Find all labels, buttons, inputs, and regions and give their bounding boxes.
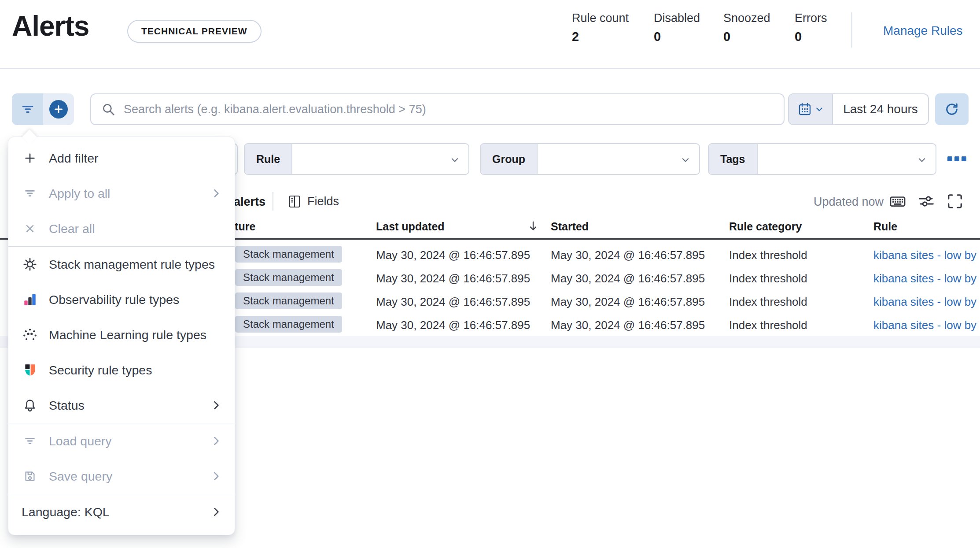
chevron-right-icon — [210, 399, 222, 411]
keyboard-shortcuts-icon[interactable] — [889, 193, 906, 210]
cell-started: May 30, 2024 @ 16:46:57.895 — [551, 248, 705, 262]
cell-rule-category: Index threshold — [729, 318, 807, 332]
save-icon — [22, 468, 38, 485]
cell-last-updated: May 30, 2024 @ 16:46:57.895 — [376, 318, 530, 332]
menu-item-add-filter[interactable]: Add filter — [8, 141, 235, 176]
stat-label: Disabled — [654, 11, 700, 25]
stat-disabled: Disabled 0 — [654, 11, 700, 44]
menu-item-apply-to-all[interactable]: Apply to all — [8, 176, 235, 211]
column-header-last-updated[interactable]: Last updated — [376, 220, 445, 233]
page-title: Alerts — [12, 10, 89, 42]
chevron-down-icon — [917, 155, 927, 165]
chevron-right-icon — [210, 435, 222, 447]
more-filters-button[interactable] — [947, 154, 968, 164]
fullscreen-icon[interactable] — [947, 193, 963, 210]
security-logo-icon — [22, 362, 38, 378]
feature-badge: Stack management — [235, 316, 342, 333]
cell-rule-category: Index threshold — [729, 272, 807, 285]
fields-button[interactable]: Fields — [287, 192, 339, 211]
filter-menu-popover: Add filter Apply to all Clear all Stack … — [8, 137, 235, 535]
menu-item-observability-rule-types[interactable]: Observability rule types — [8, 282, 235, 317]
stat-label: Errors — [795, 11, 827, 25]
chevron-right-icon — [210, 187, 222, 200]
tags-filter-label: Tags — [709, 144, 758, 174]
group-filter-select[interactable]: Group — [480, 143, 700, 175]
rule-link[interactable]: kibana sites - low by — [873, 318, 980, 332]
search-bar — [90, 93, 785, 125]
date-picker: Last 24 hours — [788, 93, 929, 125]
stat-value: 0 — [654, 30, 700, 44]
menu-item-language-kql[interactable]: Language: KQL — [8, 494, 235, 529]
group-filter-label: Group — [481, 144, 538, 174]
column-header-rule-category[interactable]: Rule category — [729, 220, 802, 233]
stat-rule-count: Rule count 2 — [572, 11, 629, 44]
stat-value: 0 — [723, 30, 770, 44]
column-header-started[interactable]: Started — [551, 220, 589, 233]
filter-icon — [22, 185, 38, 202]
cell-last-updated: May 30, 2024 @ 16:46:57.895 — [376, 248, 530, 262]
updated-status: Updated now — [814, 195, 884, 209]
plus-circle-icon — [49, 100, 68, 118]
stats-divider — [851, 12, 852, 48]
observability-logo-icon — [22, 291, 38, 308]
tags-filter-select[interactable]: Tags — [708, 143, 936, 175]
plus-icon — [22, 150, 38, 167]
bell-icon — [22, 397, 38, 414]
stat-value: 2 — [572, 30, 629, 44]
stat-label: Rule count — [572, 11, 629, 25]
technical-preview-badge: TECHNICAL PREVIEW — [127, 20, 262, 43]
filter-menu-button[interactable] — [12, 93, 43, 125]
rule-filter-label: Rule — [245, 144, 292, 174]
chevron-down-icon — [681, 155, 690, 165]
rule-link[interactable]: kibana sites - low by — [873, 272, 980, 285]
rule-filter-select[interactable]: Rule — [244, 143, 469, 175]
rule-link[interactable]: kibana sites - low by — [873, 248, 980, 262]
chevron-right-icon — [210, 470, 222, 482]
menu-item-status[interactable]: Status — [8, 388, 235, 423]
time-range-value[interactable]: Last 24 hours — [833, 94, 928, 124]
feature-badge: Stack management — [235, 246, 342, 263]
filter-icon — [22, 433, 38, 449]
date-picker-menu-button[interactable] — [789, 94, 833, 124]
rule-link[interactable]: kibana sites - low by — [873, 295, 980, 309]
alerts-count-label: alerts — [234, 195, 265, 209]
chevron-down-icon — [815, 105, 824, 114]
cell-rule-category: Index threshold — [729, 248, 807, 262]
menu-item-load-query[interactable]: Load query — [8, 423, 235, 459]
cell-started: May 30, 2024 @ 16:46:57.895 — [551, 272, 705, 285]
display-options-icon[interactable] — [918, 193, 935, 210]
manage-rules-link[interactable]: Manage Rules — [883, 24, 963, 38]
menu-item-stack-management-rule-types[interactable]: Stack management rule types — [8, 247, 235, 282]
feature-badge: Stack management — [235, 293, 342, 309]
search-icon — [101, 102, 116, 117]
chevron-down-icon — [450, 155, 460, 165]
header-divider — [0, 68, 980, 69]
stat-snoozed: Snoozed 0 — [723, 11, 770, 44]
stat-label: Snoozed — [723, 11, 770, 25]
menu-item-machine-learning-rule-types[interactable]: Machine Learning rule types — [8, 317, 235, 352]
search-input[interactable] — [124, 103, 784, 116]
add-filter-button[interactable] — [43, 93, 74, 125]
menu-item-clear-all[interactable]: Clear all — [8, 211, 235, 246]
stat-errors: Errors 0 — [795, 11, 827, 44]
close-icon — [22, 220, 38, 237]
menu-item-save-query[interactable]: Save query — [8, 459, 235, 494]
fields-label: Fields — [307, 195, 339, 208]
refresh-icon — [944, 101, 960, 117]
gear-icon — [22, 256, 38, 273]
filter-icon — [20, 102, 35, 117]
column-header-rule[interactable]: Rule — [873, 220, 897, 233]
cell-started: May 30, 2024 @ 16:46:57.895 — [551, 295, 705, 309]
chevron-right-icon — [210, 506, 222, 518]
refresh-button[interactable] — [935, 93, 969, 125]
menu-item-security-rule-types[interactable]: Security rule types — [8, 352, 235, 388]
cell-last-updated: May 30, 2024 @ 16:46:57.895 — [376, 272, 530, 285]
feature-badge: Stack management — [235, 269, 342, 286]
cell-started: May 30, 2024 @ 16:46:57.895 — [551, 318, 705, 332]
filter-button-group — [12, 93, 74, 125]
machine-learning-logo-icon — [22, 326, 38, 343]
sort-descending-icon[interactable] — [527, 219, 540, 233]
cell-last-updated: May 30, 2024 @ 16:46:57.895 — [376, 295, 530, 309]
calendar-icon — [798, 102, 812, 116]
cell-rule-category: Index threshold — [729, 295, 807, 309]
